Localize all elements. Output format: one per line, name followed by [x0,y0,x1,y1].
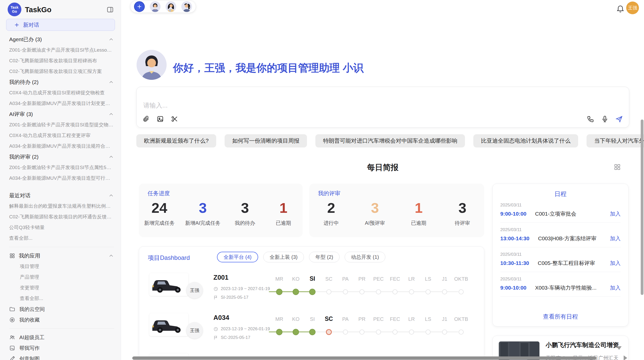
divider [9,328,114,329]
dashboard-filter-chip[interactable]: 年型 (2) [309,252,340,262]
project-owner-badge: 王强 [186,282,203,298]
suggestion-chip[interactable]: 特朗普可能对进口汽车增税会对中国车企造成哪些影响 [315,134,465,147]
chevron-up-icon [108,79,114,85]
stat-value: 3 [231,201,259,215]
milestone-dot [326,289,331,294]
divider [500,247,621,247]
vertical-scrollbar[interactable] [641,119,643,295]
sidebar-recent-header[interactable]: 最近对话 [9,190,114,201]
composer-attachments [142,115,178,123]
dashboard-filters: 全新平台 (4)全新上装 (3)年型 (2)动总开发 (1) [217,252,385,262]
phone-icon[interactable] [587,115,594,123]
milestone-dot [293,289,299,295]
milestone-dot [343,289,348,294]
join-link[interactable]: 加入 [610,210,621,217]
sidebar-tool[interactable]: AI超级员工 [9,332,114,343]
star-icon [9,317,15,323]
milestone-dot [309,329,316,335]
sidebar-section-header[interactable]: AI评审 (3) [9,109,114,119]
sidebar-item[interactable]: C02-飞腾新能源轻客改款项目里程碑画布 [9,55,114,66]
sidebar-apps-header[interactable]: 我的应用 [9,250,114,261]
dashboard-title: 项目Dashboard [148,254,190,262]
suggestion-chip[interactable]: 当下年轻人对汽车外观有怎样的喜好趋势 [587,134,644,147]
layout-grid-icon[interactable] [613,163,621,171]
member-avatar[interactable] [150,1,160,12]
mic-icon[interactable] [601,115,609,123]
suggestion-chip[interactable]: 如何写一份清晰的项目周报 [225,134,307,147]
sidebar-tool[interactable]: 帮我写作 [9,343,114,353]
scroll-right-arrow-icon[interactable] [624,355,627,360]
sidebar-section-header-label: Agent已办 (3) [9,36,108,43]
user-avatar[interactable]: 王强 [626,2,639,14]
stat-label: 新增AI完成任务 [185,220,221,227]
logo-line1: Task [11,5,19,9]
chat-composer[interactable]: 请输入... [136,87,629,128]
sidebar-section-header[interactable]: 我的待办 (2) [9,77,114,87]
view-all-schedule-link[interactable]: 查看所有日程 [493,313,628,321]
event-date: 2025/03/11 [500,252,621,257]
scissors-icon[interactable] [171,115,178,123]
join-link[interactable]: 加入 [610,284,621,291]
sidebar-item[interactable]: Z001-全新燃油轻卡产品开发项目SI造型提交物评审 [9,119,114,130]
milestone-dot [442,329,447,335]
image-icon[interactable] [156,115,164,123]
sidebar-item[interactable]: A034-全新新能源MUV产品开发项目计划变更表编写 [9,98,114,109]
project-image [149,313,188,336]
suggestion-chip[interactable]: 欧洲新规最近颁布了什么? [136,134,216,147]
member-avatar[interactable] [181,1,192,12]
milestone-dot [376,329,381,335]
news-title: 小鹏飞行汽车制造公司增资 [546,341,623,349]
scroll-down-arrow-icon[interactable] [617,346,622,350]
app-item[interactable]: 项目管理 [9,261,114,272]
notifications-bell-icon[interactable] [616,4,625,13]
member-avatar[interactable] [166,1,176,12]
suggestion-chip[interactable]: 比亚迪全固态电池计划具体说了什么 [473,134,578,147]
stat-value: 3 [185,201,221,215]
sidebar-item[interactable]: C0X4-动力总成开发项目工程变更评审 [9,130,114,141]
stats-row: 24新增完成任务3新增AI完成任务3我的待办1已逾期 [139,201,303,227]
paperclip-icon[interactable] [142,115,150,123]
divider [9,247,114,247]
stat-value: 1 [405,201,433,215]
recent-chat-item[interactable]: 解释最新出台的欧盟报废车法规再生塑料比例被调至15%... [9,201,114,212]
app-item[interactable]: 变更管理 [9,282,114,293]
sidebar-item[interactable]: Z001-全新燃油轻卡产品开发项目SI节点属性5D文件评审 [9,162,114,173]
send-icon[interactable] [615,115,623,123]
sidebar-item[interactable]: A034-全新新能源MUV产品开发项目造型可行性评审 [9,173,114,184]
join-link[interactable]: 加入 [610,260,621,267]
milestone-dot [359,289,364,294]
horizontal-scrollbar[interactable] [132,356,596,360]
greeting-text: 你好，王强，我是你的项目管理助理 小识 [173,61,363,75]
milestone-dot [442,289,447,294]
view-all-apps-link[interactable]: 查看全部... [9,293,114,304]
join-link[interactable]: 加入 [610,235,621,242]
recent-chat-item[interactable]: C02-飞腾新能源轻客改款项目的闭环通告反馈情况 [9,212,114,222]
sidebar-item-cloud[interactable]: 我的云空间 [9,304,114,314]
sidebar-item[interactable]: A034-全新新能源MUV产品开发项目法规符合性评审 [9,141,114,152]
sidebar-tool[interactable]: 创意制图 [9,353,114,360]
sidebar-item[interactable]: C02-飞腾新能源轻客改款项目立项汇报方案 [9,66,114,77]
sidebar-section-header[interactable]: 我的评审 (2) [9,152,114,162]
stat-label: 我的待办 [231,220,259,227]
milestone-dot [426,289,431,294]
dashboard-filter-chip[interactable]: 动总开发 (1) [345,252,385,262]
dashboard-filter-chip[interactable]: 全新上装 (3) [263,252,304,262]
new-session-button[interactable] [134,1,145,12]
event-name: X003-车辆动力学性能验... [535,284,606,291]
view-all-recent-link[interactable]: 查看全部... [9,233,114,244]
sidebar-item-favorites[interactable]: 我的收藏 [9,314,114,325]
stat-label: 待评审 [448,220,476,227]
new-chat-button[interactable]: 新对话 [6,19,115,31]
sidebar-section-header[interactable]: Agent已办 (3) [9,34,114,45]
stat-label: 已逾期 [269,220,297,227]
event-time: 9:00-10:00 [500,211,526,217]
dashboard-filter-chip[interactable]: 全新平台 (4) [217,252,258,262]
recent-chat-item[interactable]: 公司Q3轻卡销量 [9,222,114,233]
stat-item: 2进行中 [317,201,345,227]
sidebar-item[interactable]: Z001-全新燃油皮卡产品开发项目SI节点Lesson Learn报告 [9,45,114,55]
app-item[interactable]: 产品管理 [9,272,114,282]
sidebar-item[interactable]: C0X4-动力总成开发项目SI里程碑提交物检查 [9,87,114,98]
sidebar-toggle-icon[interactable] [107,6,114,13]
users-icon [9,334,15,340]
stat-value: 24 [144,201,175,215]
